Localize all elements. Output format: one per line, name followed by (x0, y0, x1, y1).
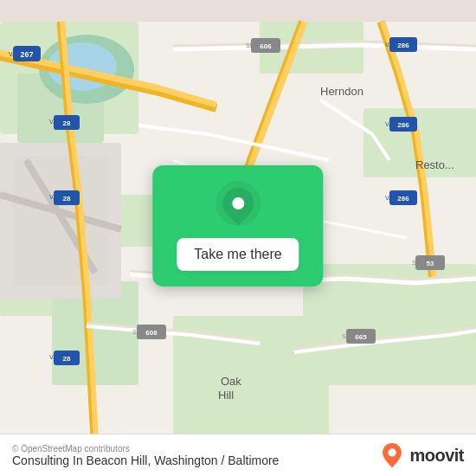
svg-text:Hill: Hill (218, 389, 234, 402)
svg-text:28: 28 (63, 195, 71, 203)
svg-text:267: 267 (20, 50, 33, 59)
moovit-brand-text: moovit (409, 446, 464, 466)
svg-text:286: 286 (397, 195, 409, 203)
svg-text:SR: SR (342, 333, 351, 339)
copyright-text: © OpenStreetMap contributors (12, 444, 279, 453)
svg-text:SR: SR (412, 260, 421, 266)
svg-text:608: 608 (145, 329, 158, 337)
svg-text:28: 28 (63, 355, 71, 363)
svg-text:VA: VA (385, 195, 393, 201)
svg-text:Herndon: Herndon (320, 85, 363, 98)
popup-card: Take me there (152, 165, 323, 286)
svg-text:VA: VA (49, 194, 57, 200)
pin-outer (215, 181, 261, 226)
svg-text:606: 606 (260, 42, 272, 50)
location-pin-icon (216, 182, 261, 226)
svg-text:VA: VA (49, 119, 57, 125)
map-popup: Take me there (152, 165, 323, 286)
svg-text:665: 665 (355, 333, 367, 341)
take-me-there-button[interactable]: Take me there (177, 238, 299, 271)
svg-text:Oak: Oak (221, 375, 241, 388)
svg-point-56 (389, 448, 396, 456)
bottom-bar: © OpenStreetMap contributors Consulting … (0, 434, 476, 476)
svg-text:VA: VA (49, 354, 57, 360)
svg-text:SR: SR (132, 329, 141, 335)
svg-text:VA: VA (385, 42, 393, 48)
svg-text:Resto...: Resto... (415, 158, 454, 171)
pin-wrapper (215, 181, 261, 226)
map-container: 267 VA 28 VA 28 VA 28 VA 606 SR 286 VA 2… (0, 0, 476, 476)
svg-text:286: 286 (397, 42, 409, 49)
svg-text:286: 286 (397, 121, 409, 129)
svg-text:VA: VA (385, 121, 393, 127)
svg-text:SR: SR (246, 42, 254, 48)
svg-text:53: 53 (427, 260, 434, 267)
svg-text:VA: VA (9, 51, 16, 57)
moovit-pin-icon (380, 443, 404, 467)
svg-text:28: 28 (63, 119, 71, 127)
location-title: Consulting In Beacon Hill, Washington / … (12, 453, 279, 467)
moovit-logo: moovit (380, 443, 464, 467)
bottom-left-section: © OpenStreetMap contributors Consulting … (12, 444, 279, 467)
